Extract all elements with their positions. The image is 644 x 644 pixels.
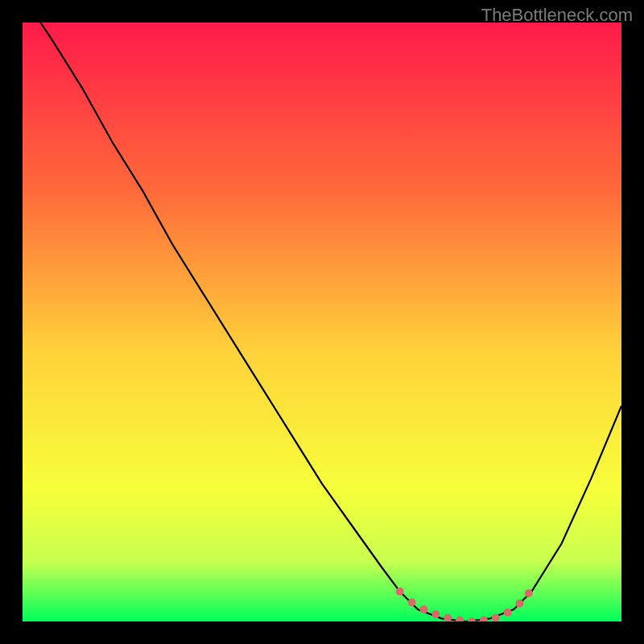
chart-container xyxy=(23,23,621,621)
chart-gradient-background xyxy=(23,23,621,621)
watermark-text: TheBottleneck.com xyxy=(481,5,633,26)
svg-rect-0 xyxy=(23,23,621,621)
